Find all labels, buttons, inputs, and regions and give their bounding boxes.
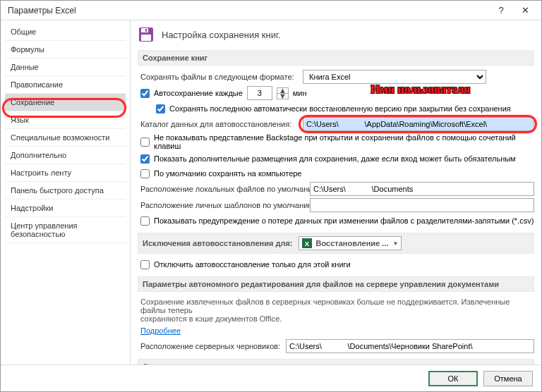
main-panel: Настройка сохранения книг. Сохранение кн… (131, 20, 541, 365)
format-label: Сохранять файлы в следующем формате: (140, 73, 299, 81)
autosave-unit: мин (293, 89, 307, 97)
save-icon (138, 26, 155, 43)
keep-last-label: Сохранять последнюю автоматически восста… (169, 104, 511, 113)
show-places-label: Показать дополнительные размещения для с… (154, 154, 516, 163)
window-title: Параметры Excel (5, 6, 489, 16)
csv-warn-label: Показывать предупреждение о потере данны… (154, 216, 534, 225)
sidebar-item-save[interactable]: Сохранение (5, 94, 126, 111)
help-button[interactable]: ? (489, 1, 513, 20)
show-places-checkbox[interactable] (140, 154, 150, 164)
spinner-down[interactable]: ▼ (277, 94, 288, 99)
sidebar-item-qat[interactable]: Панель быстрого доступа (5, 182, 126, 200)
workbook-select[interactable]: X Восстановление ... ▼ (299, 236, 402, 250)
section-save-books: Сохранение книг (138, 50, 534, 66)
recovery-path-input[interactable] (303, 117, 534, 131)
format-select[interactable]: Книга Excel (303, 70, 486, 84)
drafts-path-label: Расположение серверных черновиков: (140, 342, 282, 350)
templates-path-label: Расположение личных шаблонов по умолчани… (140, 201, 306, 209)
disable-recov-checkbox[interactable] (140, 260, 150, 269)
learn-more-link[interactable]: Подробнее (140, 326, 181, 335)
offline-note-1: Сохранение извлеченных файлов в серверны… (140, 298, 531, 314)
page-title: Настройка сохранения книг. (162, 30, 281, 40)
sidebar: Общие Формулы Данные Правописание Сохран… (1, 20, 131, 365)
offline-note-2: сохраняются в кэше документов Office. (140, 314, 531, 323)
sidebar-item-addins[interactable]: Надстройки (5, 200, 126, 217)
disable-recov-label: Отключить автовосстановление только для … (154, 260, 351, 269)
close-button[interactable]: ✕ (513, 1, 537, 20)
section-exclusions: Исключения автовосстановления для: X Вос… (138, 233, 534, 254)
csv-warn-checkbox[interactable] (140, 216, 150, 226)
sidebar-item-advanced[interactable]: Дополнительно (5, 147, 126, 164)
svg-rect-2 (145, 29, 147, 32)
sidebar-item-data[interactable]: Данные (5, 59, 126, 76)
sidebar-item-proofing[interactable]: Правописание (5, 76, 126, 94)
sidebar-item-trust[interactable]: Центр управления безопасностью (5, 217, 126, 243)
sidebar-item-language[interactable]: Язык (5, 111, 126, 129)
autosave-label: Автосохранение каждые (154, 89, 243, 97)
default-pc-label: По умолчанию сохранять на компьютере (154, 169, 301, 178)
local-path-input[interactable] (310, 182, 534, 196)
autosave-minutes-input[interactable] (247, 86, 272, 100)
no-backstage-label: Не показывать представление Backstage пр… (154, 133, 534, 150)
excel-icon: X (302, 238, 312, 248)
no-backstage-checkbox[interactable] (140, 137, 150, 147)
svg-rect-3 (141, 35, 151, 41)
templates-path-input[interactable] (310, 198, 534, 212)
keep-last-checkbox[interactable] (156, 104, 165, 114)
sidebar-item-formulas[interactable]: Формулы (5, 41, 126, 59)
drafts-path-input[interactable] (286, 339, 534, 353)
cancel-button[interactable]: Отмена (483, 371, 533, 386)
ok-button[interactable]: ОК (428, 371, 478, 386)
svg-text:X: X (304, 240, 309, 247)
section-offline: Параметры автономного редактирования для… (138, 276, 534, 292)
local-path-label: Расположение локальных файлов по умолчан… (140, 185, 306, 193)
recovery-path-label: Каталог данных для автовосстановления: (140, 120, 299, 128)
svg-rect-1 (141, 28, 148, 32)
sidebar-item-ribbon[interactable]: Настроить ленту (5, 164, 126, 182)
autosave-checkbox[interactable] (140, 89, 150, 98)
sidebar-item-accessibility[interactable]: Специальные возможности (5, 129, 126, 147)
section-appearance: Сохранение внешнего вида книги (138, 359, 534, 365)
sidebar-item-general[interactable]: Общие (5, 23, 126, 41)
default-pc-checkbox[interactable] (140, 169, 150, 178)
